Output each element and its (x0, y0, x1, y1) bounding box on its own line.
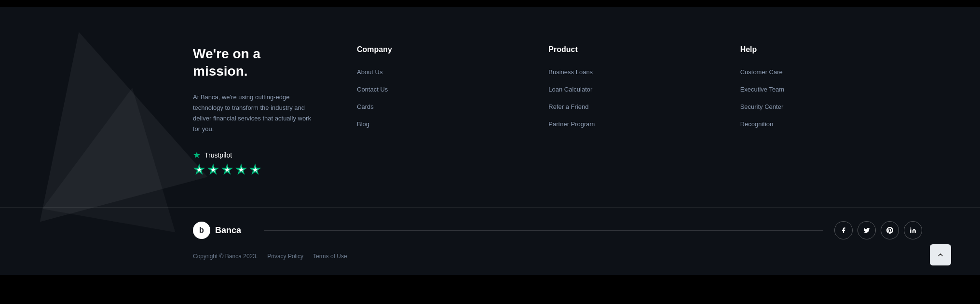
trustpilot-wrapper: ★ Trustpilot ★ ★ ★ ★ ★ (193, 150, 318, 176)
brand-description: At Banca, we're using cutting-edge techn… (193, 92, 318, 134)
link-cards[interactable]: Cards (357, 103, 374, 110)
footer-divider (264, 230, 823, 231)
pinterest-icon[interactable] (881, 221, 899, 239)
top-bar (0, 0, 980, 7)
privacy-policy-link[interactable]: Privacy Policy (267, 253, 303, 260)
social-icons (834, 221, 922, 239)
company-links: About Us Contact Us Cards Blog (357, 67, 529, 128)
help-links: Customer Care Executive Team Security Ce… (740, 67, 912, 128)
link-recognition[interactable]: Recognition (740, 120, 774, 128)
linkedin-icon[interactable] (904, 221, 922, 239)
logo-name: Banca (215, 225, 241, 236)
link-partner-program[interactable]: Partner Program (548, 120, 595, 128)
svg-point-0 (910, 227, 911, 228)
brand-title: We're on a mission. (193, 45, 318, 80)
help-column-title: Help (740, 45, 912, 54)
footer-logo: b Banca (193, 222, 241, 239)
footer-brand: We're on a mission. At Banca, we're usin… (193, 45, 347, 178)
link-security-center[interactable]: Security Center (740, 103, 784, 110)
help-column: Help Customer Care Executive Team Securi… (731, 45, 922, 178)
terms-of-use-link[interactable]: Terms of Use (313, 253, 347, 260)
star-3: ★ (221, 163, 233, 176)
nav-columns: Company About Us Contact Us Cards Blog P… (347, 45, 922, 178)
logo-icon: b (193, 222, 210, 239)
footer-bottom: b Banca (0, 207, 980, 253)
scroll-top-button[interactable] (930, 244, 951, 265)
product-links: Business Loans Loan Calculator Refer a F… (548, 67, 721, 128)
link-about-us[interactable]: About Us (357, 68, 382, 76)
star-5: ★ (249, 163, 261, 176)
footer-main: We're on a mission. At Banca, we're usin… (0, 7, 980, 207)
page-wrapper: We're on a mission. At Banca, we're usin… (0, 0, 980, 304)
footer-copy-row: Copyright © Banca 2023. Privacy Policy T… (0, 253, 980, 275)
chevron-up-icon (937, 251, 944, 259)
link-contact-us[interactable]: Contact Us (357, 86, 388, 93)
bottom-bar (0, 275, 980, 304)
link-executive-team[interactable]: Executive Team (740, 86, 785, 93)
product-column-title: Product (548, 45, 721, 54)
logo-letter: b (199, 226, 204, 235)
star-1: ★ (193, 163, 205, 176)
link-blog[interactable]: Blog (357, 120, 369, 128)
company-column: Company About Us Contact Us Cards Blog (347, 45, 539, 178)
copyright-text: Copyright © Banca 2023. (193, 253, 258, 260)
company-column-title: Company (357, 45, 529, 54)
facebook-icon[interactable] (834, 221, 853, 239)
link-loan-calculator[interactable]: Loan Calculator (548, 86, 592, 93)
link-refer-a-friend[interactable]: Refer a Friend (548, 103, 588, 110)
trustpilot-label-row: ★ Trustpilot (193, 150, 318, 160)
product-column: Product Business Loans Loan Calculator R… (539, 45, 730, 178)
trustpilot-stars: ★ ★ ★ ★ ★ (193, 163, 318, 176)
trustpilot-star-icon: ★ (193, 150, 201, 160)
link-business-loans[interactable]: Business Loans (548, 68, 593, 76)
star-2: ★ (207, 163, 219, 176)
twitter-icon[interactable] (858, 221, 876, 239)
star-4: ★ (235, 163, 247, 176)
trustpilot-text: Trustpilot (204, 151, 232, 159)
link-customer-care[interactable]: Customer Care (740, 68, 783, 76)
